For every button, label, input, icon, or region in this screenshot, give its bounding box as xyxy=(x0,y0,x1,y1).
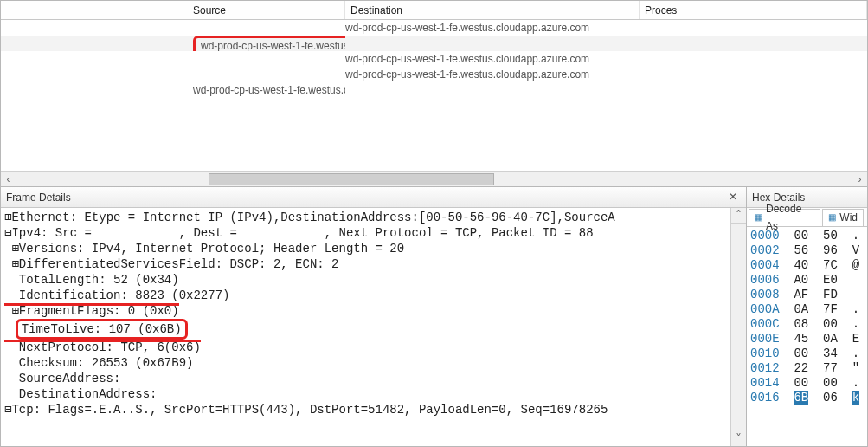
horizontal-scrollbar[interactable]: ‹ › xyxy=(1,171,867,186)
cell-source: wd-prod-cp-us-west-1-fe.westus.cloudapp.… xyxy=(1,82,345,98)
hex-row[interactable]: 0002 56 96 V xyxy=(750,243,864,258)
table-row[interactable]: wd-prod-cp-us-west-1-fe.westus.cloudapp.… xyxy=(1,82,867,98)
scroll-right-icon[interactable]: › xyxy=(852,172,867,187)
frame-details-pane: Frame Details ✕ ⊞Ethernet: Etype = Inter… xyxy=(1,187,747,446)
frame-line[interactable]: TotalLength: 52 (0x34) xyxy=(4,272,743,288)
hex-row[interactable]: 000C 08 00 . xyxy=(750,317,864,332)
cell-destination xyxy=(345,36,640,51)
table-row[interactable]: wd-prod-cp-us-west-1-fe.westus.cloudapp.… xyxy=(1,51,867,67)
frame-line[interactable]: SourceAddress: xyxy=(4,371,743,386)
tab-decode-as[interactable]: ▦ Decode As xyxy=(749,209,820,226)
hex-row[interactable]: 0012 22 77 " xyxy=(750,361,864,376)
frame-line[interactable]: ⊞DifferentiatedServicesField: DSCP: 2, E… xyxy=(4,256,743,272)
cell-source xyxy=(1,51,345,67)
app-window: Source Destination Proces wd-prod-cp-us-… xyxy=(0,0,868,447)
hex-row[interactable]: 0014 00 00 . xyxy=(750,376,864,391)
cell-source xyxy=(1,20,345,36)
frame-line[interactable]: NextProtocol: TCP, 6(0x6) xyxy=(4,340,743,355)
cell-source xyxy=(1,67,345,82)
cell-destination xyxy=(345,82,640,98)
hex-row[interactable]: 0010 00 34 . xyxy=(750,347,864,361)
frame-line[interactable]: DestinationAddress: xyxy=(4,386,743,402)
frame-line[interactable]: ⊞FragmentFlags: 0 (0x0) xyxy=(4,303,743,319)
frame-details-title: Frame Details xyxy=(6,187,71,208)
hex-row[interactable]: 0016 6B 06 k xyxy=(750,391,864,405)
frame-line[interactable]: Checksum: 26553 (0x67B9) xyxy=(4,355,743,371)
cell-destination: wd-prod-cp-us-west-1-fe.westus.cloudapp.… xyxy=(345,20,640,36)
table-row[interactable]: wd-prod-cp-us-west-1-fe.westus.cloudapp.… xyxy=(1,36,867,51)
scroll-up-icon[interactable]: ˄ xyxy=(731,208,746,224)
hex-tabs: ▦ Decode As ▦ Wid xyxy=(747,208,867,227)
lower-split: Frame Details ✕ ⊞Ethernet: Etype = Inter… xyxy=(1,187,867,446)
frame-line[interactable]: ⊞Versions: IPv4, Internet Protocol; Head… xyxy=(4,241,743,256)
frame-details-titlebar: Frame Details ✕ xyxy=(1,187,746,208)
hex-row[interactable]: 0006 A0 E0 xyxy=(750,273,864,288)
hex-details-body[interactable]: 0000 00 50 .0002 56 96 V0004 40 7C @0006… xyxy=(747,227,867,446)
packet-list-pane: Source Destination Proces wd-prod-cp-us-… xyxy=(1,1,867,187)
frame-line[interactable]: Identification: 8823 (0x2277) xyxy=(4,288,743,303)
packet-list-header: Source Destination Proces xyxy=(1,1,867,20)
table-row[interactable]: wd-prod-cp-us-west-1-fe.westus.cloudapp.… xyxy=(1,20,867,36)
frame-details-body[interactable]: ⊞Ethernet: Etype = Internet IP (IPv4),De… xyxy=(1,208,746,446)
frame-line[interactable]: ⊟Ipv4: Src = , Dest = , Next Protocol = … xyxy=(4,225,743,241)
scroll-thumb[interactable] xyxy=(209,173,494,185)
hex-row[interactable]: 0000 00 50 . xyxy=(750,229,864,243)
cell-source: wd-prod-cp-us-west-1-fe.westus.cloudapp.… xyxy=(1,36,345,51)
vertical-scrollbar[interactable]: ˄ ˅ xyxy=(730,208,746,446)
tab-width-label: Wid xyxy=(839,209,858,226)
hex-row[interactable]: 0004 40 7C @ xyxy=(750,258,864,273)
frame-line[interactable]: ⊟Tcp: Flags=.E.A..S., SrcPort=HTTPS(443)… xyxy=(4,402,743,418)
grid-icon: ▦ xyxy=(755,209,762,226)
grid-icon: ▦ xyxy=(828,209,836,226)
column-header-destination[interactable]: Destination xyxy=(345,1,640,19)
hex-row[interactable]: 000E 45 0A E xyxy=(750,332,864,347)
frame-line[interactable]: TimeToLive: 107 (0x6B) xyxy=(4,319,743,340)
cell-destination: wd-prod-cp-us-west-1-fe.westus.cloudapp.… xyxy=(345,51,640,67)
close-icon[interactable]: ✕ xyxy=(725,190,741,205)
tab-width[interactable]: ▦ Wid xyxy=(822,209,864,226)
column-header-process[interactable]: Proces xyxy=(640,1,867,19)
scroll-left-icon[interactable]: ‹ xyxy=(1,172,16,187)
hex-details-pane: Hex Details ▦ Decode As ▦ Wid 0000 00 50… xyxy=(747,187,867,446)
table-row[interactable]: wd-prod-cp-us-west-1-fe.westus.cloudapp.… xyxy=(1,67,867,82)
hex-row[interactable]: 000A 0A 7F . xyxy=(750,302,864,317)
frame-line[interactable]: ⊞Ethernet: Etype = Internet IP (IPv4),De… xyxy=(4,210,743,225)
scroll-down-icon[interactable]: ˅ xyxy=(731,431,746,446)
hex-row[interactable]: 0008 AF FD ¯ xyxy=(750,288,864,302)
cell-destination: wd-prod-cp-us-west-1-fe.westus.cloudapp.… xyxy=(345,67,640,82)
column-header-source[interactable]: Source xyxy=(1,1,345,19)
packet-list-body[interactable]: wd-prod-cp-us-west-1-fe.westus.cloudapp.… xyxy=(1,20,867,98)
